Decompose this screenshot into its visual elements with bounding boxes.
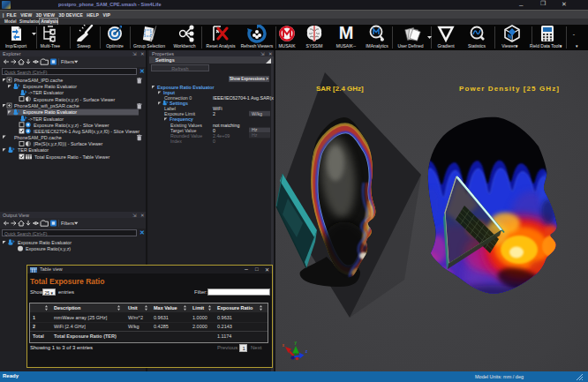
- svg-text:->TER Evaluator: ->TER Evaluator: [28, 90, 64, 95]
- svg-text:Hz: Hz: [252, 132, 258, 138]
- svg-text:WiFi [2.4 GHz]: WiFi [2.4 GHz]: [54, 324, 86, 329]
- svg-text:Index: Index: [170, 139, 182, 144]
- svg-text:0: 0: [213, 139, 215, 144]
- svg-text:not matching: not matching: [213, 123, 239, 128]
- svg-text:Exposure Ratio Evaluator: Exposure Ratio Evaluator: [23, 109, 77, 115]
- svg-text:PhoneSAM_IPD.cache: PhoneSAM_IPD.cache: [14, 78, 63, 83]
- svg-text:Existing Values: Existing Values: [170, 123, 202, 128]
- svg-text:Exposure Ratio Evaluator: Exposure Ratio Evaluator: [18, 240, 72, 245]
- svg-text:TER Evaluator: TER Evaluator: [18, 147, 49, 153]
- svg-text:Exposure Ratio Evaluator: Exposure Ratio Evaluator: [23, 84, 77, 89]
- svg-text:2: 2: [213, 111, 215, 116]
- svg-text:mmWave array [25 GHz]: mmWave array [25 GHz]: [54, 315, 108, 320]
- svg-text:Frequency: Frequency: [170, 116, 193, 122]
- svg-text:Unit: Unit: [128, 305, 138, 311]
- svg-text:Exposure Ratio(x,y,z): Exposure Ratio(x,y,z): [26, 246, 71, 251]
- svg-text:Filters: Filters: [61, 59, 74, 64]
- svg-text:Total Exposure Ratio (TER): Total Exposure Ratio (TER): [54, 333, 117, 339]
- svg-text:0.2143: 0.2143: [217, 324, 232, 329]
- svg-text:Exposure Ratio Evaluator: Exposure Ratio Evaluator: [157, 85, 214, 90]
- svg-text:Total: Total: [33, 333, 44, 339]
- svg-text:W/m^2: W/m^2: [128, 315, 143, 320]
- svg-text:PhoneSAM_wifi_psSAR.cache: PhoneSAM_wifi_psSAR.cache: [14, 103, 79, 109]
- svg-text:WiFi: WiFi: [213, 106, 222, 111]
- svg-text:Total Exposure Ratio - Table V: Total Exposure Ratio - Table Viewer: [34, 154, 109, 160]
- svg-text:M: M: [339, 25, 354, 42]
- svg-text:|Re(S(x,y,z,f0))| - Surface Vi: |Re(S(x,y,z,f0))| - Surface Viewer: [34, 141, 103, 146]
- svg-text:Limit: Limit: [192, 305, 204, 311]
- svg-text:IEEE/IEC62704-1 Avg.SAR(x,y,z.: IEEE/IEC62704-1 Avg.SAR(x,y,z...: [213, 95, 274, 101]
- svg-text:->TER Evaluator: ->TER Evaluator: [28, 116, 64, 122]
- svg-text:IEEE/IEC62704-1 Avg.SAR(x,y,z,: IEEE/IEC62704-1 Avg.SAR(x,y,z,f0) - Slic…: [34, 129, 139, 134]
- svg-text:Connection 0: Connection 0: [164, 95, 192, 101]
- svg-text:2: 2: [33, 324, 35, 329]
- svg-text:Exposure Ratio(x,y,z) - Slice: Exposure Ratio(x,y,z) - Slice Viewer: [34, 123, 109, 128]
- svg-text:Max Value: Max Value: [154, 305, 177, 311]
- svg-text:W/kg: W/kg: [128, 324, 139, 329]
- svg-text:0.4285: 0.4285: [154, 324, 169, 329]
- svg-text:0.9631: 0.9631: [154, 315, 169, 320]
- svg-text:W/kg: W/kg: [252, 111, 262, 116]
- svg-text:2.0000: 2.0000: [192, 324, 207, 329]
- svg-text:1.1174: 1.1174: [217, 333, 231, 339]
- svg-text:PhoneSAM_PD.cache: PhoneSAM_PD.cache: [14, 135, 62, 140]
- svg-text:SAR [2.4 GHz]: SAR [2.4 GHz]: [316, 85, 364, 93]
- svg-text:1: 1: [33, 315, 35, 320]
- svg-text:Label: Label: [164, 106, 176, 111]
- svg-text:0.9631: 0.9631: [217, 315, 232, 320]
- svg-text:1.0000: 1.0000: [192, 315, 207, 320]
- svg-text:Description: Description: [54, 305, 81, 311]
- svg-text:Power Density [25 GHz]: Power Density [25 GHz]: [459, 85, 560, 93]
- svg-text:Exposure Limit: Exposure Limit: [164, 111, 196, 116]
- svg-text:Exposure Ratio(x,y,z) - Surfac: Exposure Ratio(x,y,z) - Surface Viewer: [34, 97, 116, 102]
- svg-text:Exposure Ratio: Exposure Ratio: [217, 305, 253, 311]
- svg-text:-: -: [573, 31, 576, 37]
